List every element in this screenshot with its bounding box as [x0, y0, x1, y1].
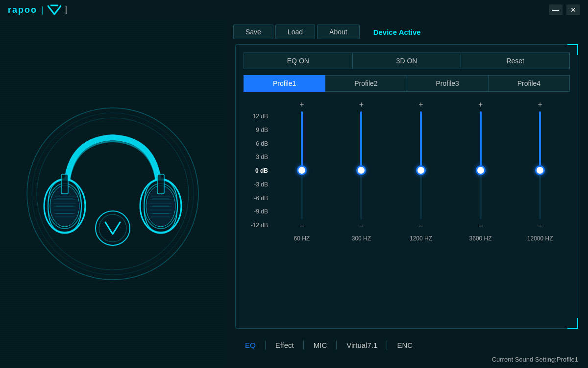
slider-300hz-thumb[interactable]	[356, 165, 366, 175]
slider-1200hz-track[interactable]	[420, 111, 422, 219]
tab-enc[interactable]: ENC	[387, 337, 422, 353]
slider-300hz-track[interactable]	[360, 111, 362, 219]
minimize-button[interactable]: —	[549, 4, 563, 15]
profile-tabs: Profile1 Profile2 Profile3 Profile4	[244, 75, 570, 92]
title-bar: rapoo | | — ✕	[0, 0, 588, 20]
about-button[interactable]: About	[317, 25, 360, 39]
reset-button[interactable]: Reset	[461, 53, 570, 69]
db-label-n3: -3 dB	[244, 182, 268, 187]
profile2-tab[interactable]: Profile2	[325, 75, 407, 92]
slider-60hz-plus[interactable]: +	[296, 100, 307, 109]
slider-60hz-thumb[interactable]	[297, 165, 307, 175]
slider-3600hz-minus[interactable]: −	[475, 221, 486, 231]
slider-300hz-label: 300 HZ	[352, 235, 371, 242]
slider-1200hz-thumb[interactable]	[416, 165, 426, 175]
slider-1200hz-label: 1200 HZ	[410, 235, 432, 242]
logo-divider2: |	[65, 5, 67, 14]
tab-virtual71[interactable]: Virtual7.1	[337, 337, 387, 353]
tab-effect[interactable]: Effect	[266, 337, 304, 353]
slider-1200hz: + − 1200 HZ	[391, 100, 451, 242]
svg-point-16	[96, 211, 130, 245]
logo-divider: |	[41, 5, 44, 15]
slider-60hz-minus[interactable]: −	[296, 221, 307, 231]
db-label-9: 9 dB	[244, 127, 268, 133]
db-label-12: 12 dB	[244, 113, 268, 119]
db-label-n9: -9 dB	[244, 209, 268, 214]
save-button[interactable]: Save	[233, 25, 273, 39]
profile1-tab[interactable]: Profile1	[244, 75, 325, 92]
close-button[interactable]: ✕	[566, 4, 580, 15]
db-labels: 12 dB 9 dB 6 dB 3 dB 0 dB -3 dB -6 dB -9…	[244, 100, 268, 242]
headphone-area	[0, 20, 225, 368]
slider-1200hz-minus[interactable]: −	[416, 221, 426, 231]
slider-12000hz: + − 12000 HZ	[510, 100, 570, 242]
slider-3600hz-track[interactable]	[480, 111, 482, 219]
v-logo-icon	[48, 4, 61, 15]
slider-60hz-track[interactable]	[301, 111, 303, 219]
logo-area: rapoo | |	[8, 4, 67, 15]
profile3-tab[interactable]: Profile3	[407, 75, 489, 92]
slider-1200hz-plus[interactable]: +	[416, 100, 426, 109]
eq-area: 12 dB 9 dB 6 dB 3 dB 0 dB -3 dB -6 dB -9…	[244, 100, 570, 242]
slider-12000hz-label: 12000 HZ	[527, 235, 553, 242]
slider-300hz-minus[interactable]: −	[356, 221, 367, 231]
device-active-label: Device Active	[362, 25, 433, 39]
svg-rect-33	[157, 174, 164, 194]
slider-3600hz-label: 3600 HZ	[469, 235, 492, 242]
svg-rect-32	[61, 174, 68, 194]
slider-3600hz-plus[interactable]: +	[475, 100, 486, 109]
slider-12000hz-thumb[interactable]	[535, 165, 545, 175]
window-controls: — ✕	[549, 4, 580, 15]
logo-text: rapoo	[8, 5, 37, 15]
sliders-container: + − 60 HZ + − 300 HZ +	[272, 100, 570, 242]
status-bar: Current Sound Setting:Profile1	[492, 356, 578, 363]
slider-12000hz-track[interactable]	[539, 111, 541, 219]
slider-3600hz-thumb[interactable]	[476, 165, 486, 175]
db-label-6: 6 dB	[244, 141, 268, 147]
nav-bar: Save Load About Device Active	[225, 20, 588, 44]
db-label-n6: -6 dB	[244, 195, 268, 201]
main-panel: EQ ON 3D ON Reset Profile1 Profile2 Prof…	[235, 44, 578, 329]
db-label-3: 3 dB	[244, 154, 268, 160]
slider-12000hz-minus[interactable]: −	[535, 221, 545, 231]
headphone-image	[20, 101, 206, 287]
slider-60hz-label: 60 HZ	[294, 235, 310, 242]
tab-mic[interactable]: MIC	[304, 337, 337, 353]
db-label-0: 0 dB	[244, 168, 268, 174]
status-text: Current Sound Setting:Profile1	[492, 356, 578, 363]
bottom-tabs: EQ Effect MIC Virtual7.1 ENC	[235, 337, 578, 353]
tab-eq[interactable]: EQ	[235, 337, 266, 353]
eq-controls: EQ ON 3D ON Reset	[244, 53, 570, 69]
slider-300hz: + − 300 HZ	[332, 100, 392, 242]
eq-on-button[interactable]: EQ ON	[244, 53, 353, 69]
profile4-tab[interactable]: Profile4	[489, 75, 570, 92]
load-button[interactable]: Load	[275, 25, 315, 39]
3d-on-button[interactable]: 3D ON	[353, 53, 462, 69]
slider-60hz: + − 60 HZ	[272, 100, 332, 242]
db-label-n12: -12 dB	[244, 222, 268, 228]
slider-3600hz: + − 3600 HZ	[451, 100, 511, 242]
slider-300hz-plus[interactable]: +	[356, 100, 367, 109]
slider-12000hz-plus[interactable]: +	[535, 100, 545, 109]
